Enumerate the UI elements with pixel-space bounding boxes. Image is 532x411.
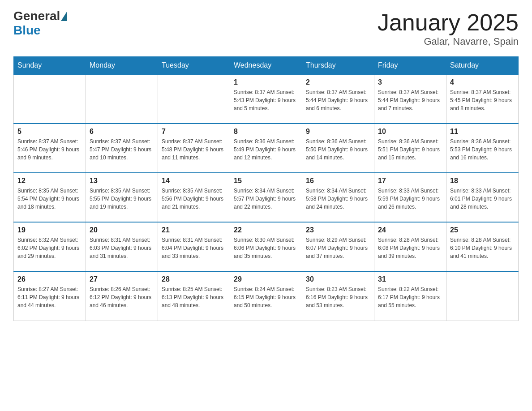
day-number: 10 [378,128,442,136]
calendar-cell: 1Sunrise: 8:37 AM Sunset: 5:43 PM Daylig… [230,74,302,124]
calendar-cell: 2Sunrise: 8:37 AM Sunset: 5:44 PM Daylig… [302,74,374,124]
calendar-cell: 7Sunrise: 8:37 AM Sunset: 5:48 PM Daylig… [158,124,230,173]
day-number: 19 [17,226,82,234]
calendar-cell: 22Sunrise: 8:30 AM Sunset: 6:06 PM Dayli… [230,222,302,271]
day-header-monday: Monday [86,57,158,75]
day-number: 25 [450,226,515,234]
days-of-week-row: SundayMondayTuesdayWednesdayThursdayFrid… [14,57,519,75]
day-number: 28 [162,275,226,283]
day-number: 14 [162,177,226,185]
logo-triangle-icon [61,11,67,21]
calendar-cell: 16Sunrise: 8:34 AM Sunset: 5:58 PM Dayli… [302,173,374,222]
week-row-1: 1Sunrise: 8:37 AM Sunset: 5:43 PM Daylig… [14,74,519,124]
logo-general-text: General [13,9,60,23]
day-info: Sunrise: 8:37 AM Sunset: 5:45 PM Dayligh… [450,88,515,112]
day-info: Sunrise: 8:28 AM Sunset: 6:08 PM Dayligh… [378,236,442,260]
day-header-thursday: Thursday [302,57,374,75]
calendar-title: January 2025 [378,9,519,36]
calendar-cell: 24Sunrise: 8:28 AM Sunset: 6:08 PM Dayli… [374,222,446,271]
day-info: Sunrise: 8:37 AM Sunset: 5:44 PM Dayligh… [378,88,442,112]
day-info: Sunrise: 8:33 AM Sunset: 6:01 PM Dayligh… [450,187,515,211]
day-number: 27 [90,275,154,283]
day-info: Sunrise: 8:36 AM Sunset: 5:51 PM Dayligh… [378,137,442,162]
day-info: Sunrise: 8:35 AM Sunset: 5:55 PM Dayligh… [90,187,154,211]
day-info: Sunrise: 8:37 AM Sunset: 5:48 PM Dayligh… [162,137,226,162]
day-header-saturday: Saturday [446,57,519,75]
calendar-cell [14,74,86,124]
calendar-cell: 18Sunrise: 8:33 AM Sunset: 6:01 PM Dayli… [446,173,519,222]
logo: General Blue [13,9,68,38]
calendar-cell: 10Sunrise: 8:36 AM Sunset: 5:51 PM Dayli… [374,124,446,173]
day-number: 8 [234,128,298,136]
day-info: Sunrise: 8:37 AM Sunset: 5:44 PM Dayligh… [306,88,370,112]
calendar-body: 1Sunrise: 8:37 AM Sunset: 5:43 PM Daylig… [14,74,519,321]
day-info: Sunrise: 8:23 AM Sunset: 6:16 PM Dayligh… [306,285,370,309]
day-info: Sunrise: 8:36 AM Sunset: 5:49 PM Dayligh… [234,137,298,162]
day-info: Sunrise: 8:24 AM Sunset: 6:15 PM Dayligh… [234,285,298,309]
week-row-3: 12Sunrise: 8:35 AM Sunset: 5:54 PM Dayli… [14,173,519,222]
day-info: Sunrise: 8:35 AM Sunset: 5:56 PM Dayligh… [162,187,226,211]
calendar-header: SundayMondayTuesdayWednesdayThursdayFrid… [14,57,519,75]
calendar-subtitle: Galar, Navarre, Spain [378,36,519,47]
calendar-cell: 9Sunrise: 8:36 AM Sunset: 5:50 PM Daylig… [302,124,374,173]
week-row-4: 19Sunrise: 8:32 AM Sunset: 6:02 PM Dayli… [14,222,519,271]
day-info: Sunrise: 8:37 AM Sunset: 5:43 PM Dayligh… [234,88,298,112]
calendar-cell: 3Sunrise: 8:37 AM Sunset: 5:44 PM Daylig… [374,74,446,124]
day-number: 2 [306,78,370,86]
calendar-cell: 28Sunrise: 8:25 AM Sunset: 6:13 PM Dayli… [158,271,230,321]
calendar-cell: 11Sunrise: 8:36 AM Sunset: 5:53 PM Dayli… [446,124,519,173]
calendar-cell: 6Sunrise: 8:37 AM Sunset: 5:47 PM Daylig… [86,124,158,173]
calendar-table: SundayMondayTuesdayWednesdayThursdayFrid… [13,56,519,321]
day-number: 13 [90,177,154,185]
day-info: Sunrise: 8:37 AM Sunset: 5:47 PM Dayligh… [90,137,154,162]
day-number: 31 [378,275,442,283]
calendar-cell [446,271,519,321]
calendar-cell: 19Sunrise: 8:32 AM Sunset: 6:02 PM Dayli… [14,222,86,271]
day-info: Sunrise: 8:26 AM Sunset: 6:12 PM Dayligh… [90,285,154,309]
week-row-5: 26Sunrise: 8:27 AM Sunset: 6:11 PM Dayli… [14,271,519,321]
day-header-sunday: Sunday [14,57,86,75]
day-number: 26 [17,275,82,283]
day-info: Sunrise: 8:33 AM Sunset: 5:59 PM Dayligh… [378,187,442,211]
day-number: 23 [306,226,370,234]
calendar-cell: 29Sunrise: 8:24 AM Sunset: 6:15 PM Dayli… [230,271,302,321]
day-number: 4 [450,78,515,86]
week-row-2: 5Sunrise: 8:37 AM Sunset: 5:46 PM Daylig… [14,124,519,173]
day-info: Sunrise: 8:36 AM Sunset: 5:50 PM Dayligh… [306,137,370,162]
day-info: Sunrise: 8:22 AM Sunset: 6:17 PM Dayligh… [378,285,442,309]
calendar-cell: 17Sunrise: 8:33 AM Sunset: 5:59 PM Dayli… [374,173,446,222]
day-number: 1 [234,78,298,86]
calendar-cell: 21Sunrise: 8:31 AM Sunset: 6:04 PM Dayli… [158,222,230,271]
day-info: Sunrise: 8:31 AM Sunset: 6:03 PM Dayligh… [90,236,154,260]
logo-blue-text: Blue [13,23,41,38]
day-number: 11 [450,128,515,136]
calendar-cell [86,74,158,124]
calendar-cell: 14Sunrise: 8:35 AM Sunset: 5:56 PM Dayli… [158,173,230,222]
page-header: General Blue January 2025 Galar, Navarre… [13,9,519,47]
calendar-cell: 8Sunrise: 8:36 AM Sunset: 5:49 PM Daylig… [230,124,302,173]
calendar-cell: 25Sunrise: 8:28 AM Sunset: 6:10 PM Dayli… [446,222,519,271]
calendar-cell: 31Sunrise: 8:22 AM Sunset: 6:17 PM Dayli… [374,271,446,321]
day-info: Sunrise: 8:30 AM Sunset: 6:06 PM Dayligh… [234,236,298,260]
day-header-tuesday: Tuesday [158,57,230,75]
day-header-friday: Friday [374,57,446,75]
day-number: 24 [378,226,442,234]
calendar-cell: 20Sunrise: 8:31 AM Sunset: 6:03 PM Dayli… [86,222,158,271]
day-number: 16 [306,177,370,185]
calendar-cell: 13Sunrise: 8:35 AM Sunset: 5:55 PM Dayli… [86,173,158,222]
day-info: Sunrise: 8:25 AM Sunset: 6:13 PM Dayligh… [162,285,226,309]
calendar-cell: 12Sunrise: 8:35 AM Sunset: 5:54 PM Dayli… [14,173,86,222]
calendar-cell: 15Sunrise: 8:34 AM Sunset: 5:57 PM Dayli… [230,173,302,222]
day-number: 20 [90,226,154,234]
day-info: Sunrise: 8:36 AM Sunset: 5:53 PM Dayligh… [450,137,515,162]
day-number: 3 [378,78,442,86]
day-number: 9 [306,128,370,136]
calendar-cell [158,74,230,124]
day-info: Sunrise: 8:28 AM Sunset: 6:10 PM Dayligh… [450,236,515,260]
calendar-cell: 30Sunrise: 8:23 AM Sunset: 6:16 PM Dayli… [302,271,374,321]
day-number: 6 [90,128,154,136]
day-number: 17 [378,177,442,185]
calendar-cell: 26Sunrise: 8:27 AM Sunset: 6:11 PM Dayli… [14,271,86,321]
calendar-cell: 4Sunrise: 8:37 AM Sunset: 5:45 PM Daylig… [446,74,519,124]
day-info: Sunrise: 8:34 AM Sunset: 5:57 PM Dayligh… [234,187,298,211]
